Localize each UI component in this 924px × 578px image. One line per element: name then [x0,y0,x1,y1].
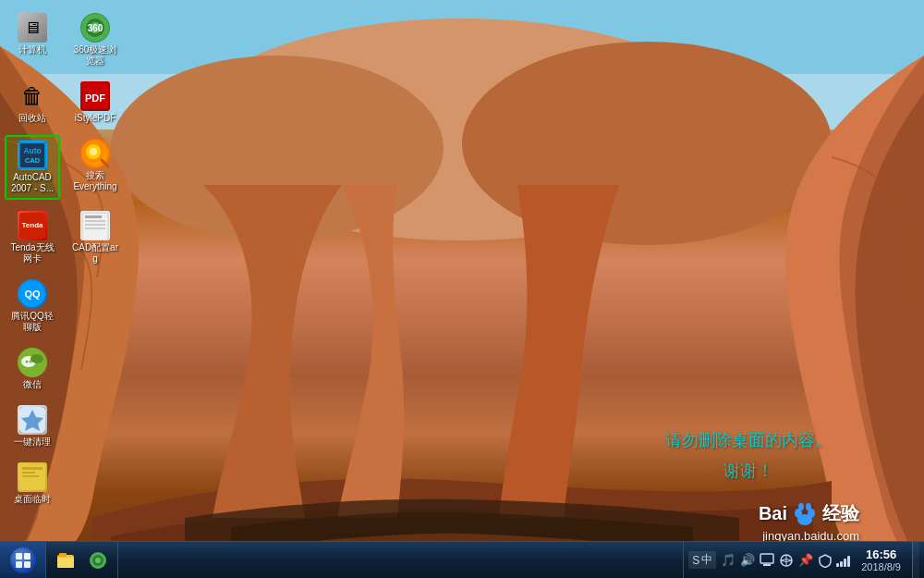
svg-rect-46 [24,553,30,560]
cadconfig-icon-label: CAD配置arg [71,242,119,264]
svg-rect-22 [85,215,102,218]
desktop-icon-360browser[interactable]: 360 360极速浏览器 [67,9,123,70]
360browser-icon: 360 [80,13,110,43]
tray-bookmark-icon[interactable]: 📌 [797,552,814,569]
wechat-icon [18,348,47,377]
svg-point-31 [26,361,29,363]
quicklaunch-explorer[interactable] [51,546,80,575]
icon-row-7: 一键清理 [5,401,123,451]
baidu-text-bai: Bai [759,503,787,524]
istylepdf-icon: PDF [80,81,110,111]
baidu-watermark: Bai 经验 [759,499,859,527]
everything-icon-label: 搜索Everything [73,170,116,192]
desktop-icon-clean[interactable]: 一键清理 [5,401,60,451]
clock-time: 16:56 [866,547,896,561]
svg-text:PDF: PDF [85,92,105,104]
recycle-icon: 🗑 [18,81,47,111]
desktop-icon-cadconfig[interactable]: CAD配置arg [67,207,123,268]
svg-rect-24 [85,224,105,226]
qq-icon-label: 腾讯QQ轻聊版 [8,311,56,333]
signal-bar-4 [847,556,850,567]
svg-rect-38 [22,472,35,473]
icon-row-3: Auto CAD AutoCAD 2007 - S... 搜索Everythin… [5,135,123,200]
tray-shield-icon[interactable] [817,552,833,569]
tray-volume-icon[interactable]: 🔊 [739,552,756,569]
autocad-icon: Auto CAD [18,141,47,170]
icon-row-4: Tenda Tenda无线网卡 CAD配置arg [5,207,123,268]
tray-monitor-icon[interactable] [759,552,775,569]
desktop-icon-timer[interactable]: 桌面临时 [5,459,60,509]
signal-bar-1 [836,563,839,567]
taskbar: S 中 🎵 🔊 [0,541,924,578]
svg-rect-45 [16,553,22,560]
tenda-icon-label: Tenda无线网卡 [8,242,56,264]
svg-point-44 [806,503,811,510]
taskbar-quicklaunch [46,542,118,578]
svg-text:CAD: CAD [25,156,41,165]
clean-icon-label: 一键清理 [14,437,51,448]
svg-rect-47 [16,561,22,568]
recycle-icon-label: 回收站 [18,113,46,124]
everything-icon [80,139,110,168]
icon-row-8: 桌面临时 [5,459,123,509]
svg-text:Auto: Auto [23,146,41,155]
watermark-line2: 谢谢！ [665,456,832,486]
taskbar-tray: S 中 🎵 🔊 [683,542,924,578]
svg-rect-25 [85,228,105,229]
svg-point-54 [95,558,101,563]
svg-rect-23 [85,220,105,222]
signal-bars [836,554,850,567]
desktop-icons-container: 🖥 计算机 360 360极速浏览器 🗑 回收站 [5,9,123,509]
signal-bar-2 [840,561,843,567]
clock-date: 2018/8/9 [861,561,901,572]
svg-point-17 [90,148,97,155]
start-orb-icon [10,547,36,573]
qq-icon: QQ [18,279,47,309]
icon-row-5: QQ 腾讯QQ轻聊版 [5,276,123,337]
computer-icon: 🖥 [18,13,47,43]
tenda-icon: Tenda [18,211,47,240]
svg-rect-39 [22,475,39,477]
tray-music-icon[interactable]: 🎵 [720,552,736,569]
desktop: 🖥 计算机 360 360极速浏览器 🗑 回收站 [0,0,924,578]
icon-row-6: 微信 [5,344,123,394]
desktop-icon-everything[interactable]: 搜索Everything [67,135,123,200]
clock[interactable]: 16:56 2018/8/9 [854,546,908,574]
wechat-icon-label: 微信 [23,379,42,390]
tray-icons-group: 🎵 🔊 📌 [720,552,850,569]
svg-text:Tenda: Tenda [22,221,44,229]
desktop-icon-wechat[interactable]: 微信 [5,344,60,394]
autocad-icon-label: AutoCAD 2007 - S... [10,172,55,194]
svg-line-18 [102,160,108,166]
ime-label: S [692,554,699,567]
ime-chinese: 中 [701,552,712,568]
start-button[interactable] [0,542,46,579]
svg-rect-48 [24,561,30,568]
watermark-line1: 请勿删除桌面的内容。 [665,425,832,455]
desktop-icon-tenda[interactable]: Tenda Tenda无线网卡 [5,207,60,268]
computer-icon-label: 计算机 [18,44,46,55]
icon-row-2: 🗑 回收站 PDF iStylePDF [5,78,123,128]
svg-rect-55 [760,554,773,563]
signal-bar-3 [844,559,846,567]
cadconfig-icon [80,211,110,240]
svg-text:360: 360 [88,23,103,33]
istylepdf-icon-label: iStylePDF [75,113,116,124]
desktop-icon-istylepdf[interactable]: PDF iStylePDF [67,78,123,128]
ime-indicator[interactable]: S 中 [688,551,716,569]
desktop-icon-computer[interactable]: 🖥 计算机 [5,9,60,70]
taskbar-apps [118,542,683,578]
desktop-icon-autocad[interactable]: Auto CAD AutoCAD 2007 - S... [5,135,60,200]
show-desktop-button[interactable] [912,542,919,579]
timer-icon [18,462,47,492]
desktop-icon-recycle[interactable]: 🗑 回收站 [5,78,60,128]
svg-point-32 [30,361,32,363]
baidu-text-suffix: 经验 [822,501,859,526]
desktop-icon-qq[interactable]: QQ 腾讯QQ轻聊版 [5,276,60,337]
svg-rect-51 [59,553,67,557]
tray-network-icon[interactable] [778,552,795,569]
desktop-background [0,0,924,578]
svg-rect-37 [22,467,43,470]
svg-point-30 [30,354,43,363]
quicklaunch-browser[interactable] [83,546,113,575]
